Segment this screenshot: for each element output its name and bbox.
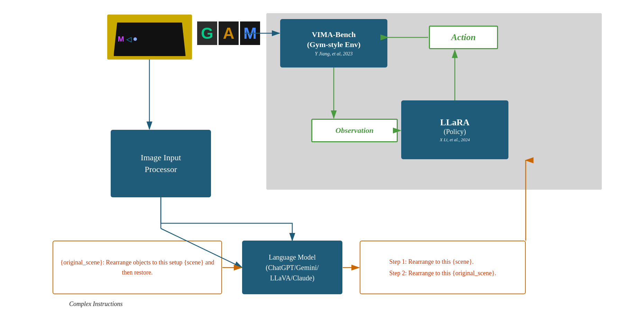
vima-bench-box: VIMA-Bench (Gym-style Env) Y Jiang, et a… [280, 19, 387, 68]
gam-tiles: G A M [197, 21, 260, 45]
vima-bench-title: VIMA-Bench [312, 30, 356, 40]
lm-line3: LLaVA/Claude) [270, 273, 315, 283]
steps-output-box: Step 1: Rearrange to this {scene}. Step … [360, 241, 526, 294]
lm-line2: (ChatGPT/Gemini/ [266, 262, 319, 273]
step1: Step 1: Rearrange to this {scene}. [389, 256, 496, 267]
observation-box: Observation [311, 119, 398, 142]
tile-m: M [240, 21, 260, 45]
scene-arrow-symbol: ◁ [126, 35, 131, 43]
iip-label: Image InputProcessor [141, 152, 181, 175]
llara-subtitle: (Policy) [444, 128, 466, 136]
action-label: Action [451, 32, 476, 43]
complex-text: {original_scene}: Rearrange objects to t… [59, 258, 216, 278]
diagram-container: M ◁ G A M VIMA-Bench (Gym-style Env) Y J… [0, 0, 644, 333]
vima-bench-subtitle: (Gym-style Env) [307, 40, 361, 50]
language-model-box: Language Model (ChatGPT/Gemini/ LLaVA/Cl… [242, 241, 342, 294]
observation-label: Observation [335, 126, 374, 135]
action-box: Action [429, 26, 498, 49]
llara-citation: X Li, et al., 2024 [440, 137, 470, 143]
tile-g: G [197, 21, 217, 45]
llara-box: LLaRA (Policy) X Li, et al., 2024 [401, 100, 508, 159]
image-input-processor-box: Image InputProcessor [111, 130, 211, 197]
scene-m-symbol: M [118, 35, 124, 44]
scene-image: M ◁ [107, 15, 192, 60]
lm-line1: Language Model [269, 252, 316, 262]
complex-instructions-label: Complex Instructions [69, 300, 123, 308]
llara-title: LLaRA [440, 117, 469, 128]
tile-a: A [219, 21, 239, 45]
step2: Step 2: Rearrange to this {original_scen… [389, 268, 496, 279]
complex-instructions-box: {original_scene}: Rearrange objects to t… [53, 241, 222, 294]
scene-dot-symbol [134, 37, 137, 41]
steps-text: Step 1: Rearrange to this {scene}. Step … [389, 256, 496, 279]
vima-bench-citation: Y Jiang, et al, 2023 [315, 51, 353, 57]
